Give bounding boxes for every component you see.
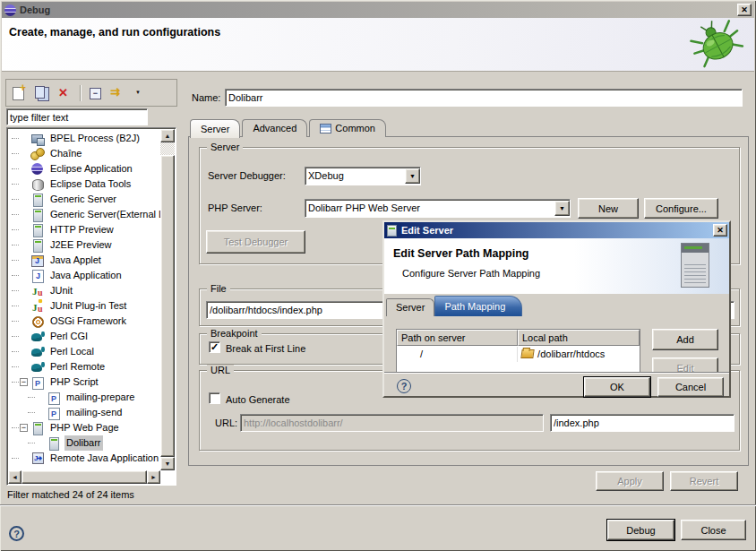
tree-item-eclipse-application[interactable]: Eclipse Application (8, 161, 160, 176)
name-input[interactable] (225, 89, 743, 107)
server-debugger-combo[interactable]: XDebug ▼ (305, 167, 421, 185)
junit-icon (30, 284, 45, 298)
dialog-title: Edit Server (401, 225, 453, 236)
configure-button[interactable]: Configure... (644, 198, 718, 219)
tree-guide-line (12, 321, 19, 322)
tree-item-generic-server[interactable]: Generic Server (8, 192, 160, 207)
tree-item-junit[interactable]: JUnit (8, 283, 160, 298)
scroll-thumb[interactable] (160, 155, 175, 457)
name-label: Name: (192, 92, 220, 103)
cell-local-path: /dolibarr/htdocs (518, 347, 640, 362)
scroll-up-icon[interactable]: ▲ (160, 129, 175, 142)
dropdown-arrow-icon[interactable] (131, 83, 150, 103)
test-debugger-button[interactable]: Test Debugger (206, 230, 305, 254)
dialog-titlebar[interactable]: Edit Server ✕ (384, 222, 729, 238)
tree-item-mailing-prepare[interactable]: mailing-prepare (8, 390, 160, 405)
filter-icon[interactable] (108, 83, 128, 103)
dropdown-arrow-icon[interactable]: ▼ (554, 201, 570, 216)
ok-button[interactable]: OK (584, 377, 650, 397)
url-path-input[interactable] (550, 414, 735, 432)
apply-button[interactable]: Apply (596, 471, 664, 491)
tree-item-java-application[interactable]: Java Application (8, 268, 160, 283)
folder-icon (520, 349, 534, 358)
tree-item-perl-remote[interactable]: Perl Remote (8, 359, 160, 375)
cancel-button[interactable]: Cancel (657, 377, 724, 397)
tree-vertical-scrollbar[interactable]: ▲ ▼ (160, 129, 175, 470)
table-row[interactable]: //dolibarr/htdocs (397, 346, 640, 362)
dialog-tab-server[interactable]: Server (386, 298, 434, 316)
server-tower-icon (681, 243, 709, 288)
php-server-value: Dolibarr PHP Web Server (305, 201, 554, 216)
osgi-icon (30, 314, 45, 329)
help-button[interactable]: ? (9, 526, 24, 541)
perl-icon (30, 345, 45, 359)
delete-icon[interactable] (55, 83, 74, 103)
tree-guide-line (12, 366, 19, 367)
close-button[interactable]: Close (681, 520, 746, 540)
tree-horizontal-scrollbar[interactable]: ◄ ► (8, 470, 160, 484)
tree-item-label: Generic Server (48, 192, 118, 207)
php-server-combo[interactable]: Dolibarr PHP Web Server ▼ (305, 199, 571, 218)
tree-item-bpel-process-b2j[interactable]: BPEL Process (B2J) (8, 131, 160, 146)
dialog-buttonbar: ? OK Cancel (384, 372, 729, 400)
tree-item-cha-ne[interactable]: Chaîne (8, 146, 160, 161)
php-icon (47, 406, 61, 420)
tree-guide-line (28, 412, 35, 413)
tree-item-perl-cgi[interactable]: Perl CGI (8, 329, 160, 344)
tree-item-j2ee-preview[interactable]: J2EE Preview (8, 237, 160, 253)
tree-item-osgi-framework[interactable]: OSGi Framework (8, 314, 160, 329)
tree-item-http-preview[interactable]: HTTP Preview (8, 222, 160, 237)
duplicate-icon[interactable] (32, 83, 52, 103)
auto-generate-checkbox[interactable] (209, 392, 220, 404)
dropdown-arrow-icon[interactable]: ▼ (405, 168, 420, 184)
new-server-button[interactable]: New (578, 198, 639, 219)
tree-item-dolibarr[interactable]: Dolibarr (8, 435, 160, 451)
tree-item-generic-server-external-la[interactable]: Generic Server(External La (8, 207, 160, 222)
tree-item-label: Eclipse Application (48, 161, 134, 176)
tree-guide-line (12, 306, 19, 306)
filter-input[interactable] (6, 108, 148, 125)
new-config-icon[interactable] (10, 83, 30, 103)
perl-icon (30, 360, 45, 375)
scroll-track[interactable] (160, 142, 175, 155)
tree-item-php-script[interactable]: −PHP Script (8, 375, 160, 390)
edit-button[interactable]: Edit (652, 357, 718, 372)
collapse-all-icon[interactable] (86, 83, 106, 103)
banner-title: Create, manage, and run configurations (9, 26, 220, 39)
dialog-close-icon[interactable]: ✕ (713, 224, 727, 237)
add-button[interactable]: Add (652, 329, 718, 350)
tree-item-remote-java-application[interactable]: Remote Java Application (8, 451, 160, 466)
debug-button[interactable]: Debug (607, 520, 674, 540)
scroll-left-icon[interactable]: ◄ (8, 470, 21, 484)
scroll-right-icon[interactable]: ► (147, 470, 160, 484)
tab-common[interactable]: Common (309, 119, 386, 137)
window-titlebar[interactable]: Debug ✕ (2, 2, 754, 18)
window-close-icon[interactable]: ✕ (737, 4, 752, 16)
tree-item-junit-plug-in-test[interactable]: JUnit Plug-in Test (8, 298, 160, 314)
tree-guide-line (12, 153, 19, 154)
tree-item-php-web-page[interactable]: −PHP Web Page (8, 420, 160, 435)
bug-icon (690, 20, 747, 68)
dialog-help-button[interactable]: ? (397, 379, 411, 393)
collapse-expander-icon[interactable]: − (20, 378, 28, 386)
tree-item-mailing-send[interactable]: mailing-send (8, 405, 160, 420)
collapse-expander-icon[interactable]: − (20, 424, 28, 432)
column-local-path[interactable]: Local path (518, 330, 640, 346)
revert-button[interactable]: Revert (670, 471, 738, 491)
tree-item-eclipse-data-tools[interactable]: Eclipse Data Tools (8, 176, 160, 192)
scroll-down-icon[interactable]: ▼ (160, 457, 175, 470)
column-path-on-server[interactable]: Path on server (397, 330, 518, 346)
tree-guide-line (12, 214, 19, 215)
dialog-tabs: Server Path Mapping (384, 294, 729, 316)
tree-item-java-applet[interactable]: Java Applet (8, 253, 160, 268)
tree-item-perl-local[interactable]: Perl Local (8, 344, 160, 359)
dialog-tab-path-mapping[interactable]: Path Mapping (434, 296, 522, 316)
tab-server[interactable]: Server (190, 119, 240, 138)
break-first-line-label: Break at First Line (226, 343, 305, 354)
break-first-line-checkbox[interactable] (209, 341, 220, 353)
tree-item-label: Java Application (48, 268, 124, 283)
scroll-thumb[interactable] (21, 470, 147, 484)
tree-guide-line (12, 290, 19, 291)
chain-icon (30, 147, 45, 161)
tab-advanced[interactable]: Advanced (242, 119, 307, 137)
